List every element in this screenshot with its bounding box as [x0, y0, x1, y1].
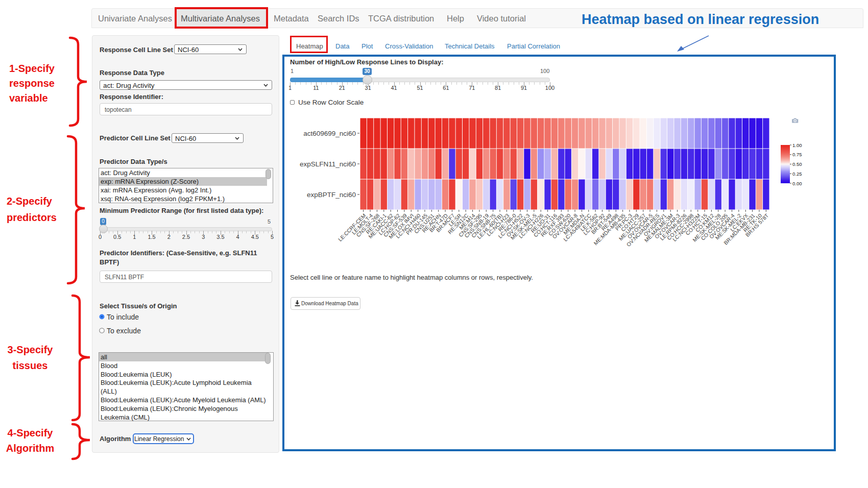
svg-text:0.75: 0.75	[792, 152, 802, 157]
svg-text:1.00: 1.00	[792, 142, 802, 148]
svg-text:expBPTF_nci60: expBPTF_nci60	[307, 191, 356, 199]
svg-text:0.50: 0.50	[792, 161, 802, 167]
svg-text:0.00: 0.00	[792, 181, 802, 186]
svg-text:expSLFN11_nci60: expSLFN11_nci60	[300, 160, 356, 168]
svg-text:act609699_nci60: act609699_nci60	[303, 130, 356, 137]
svg-text:0.25: 0.25	[792, 171, 802, 177]
